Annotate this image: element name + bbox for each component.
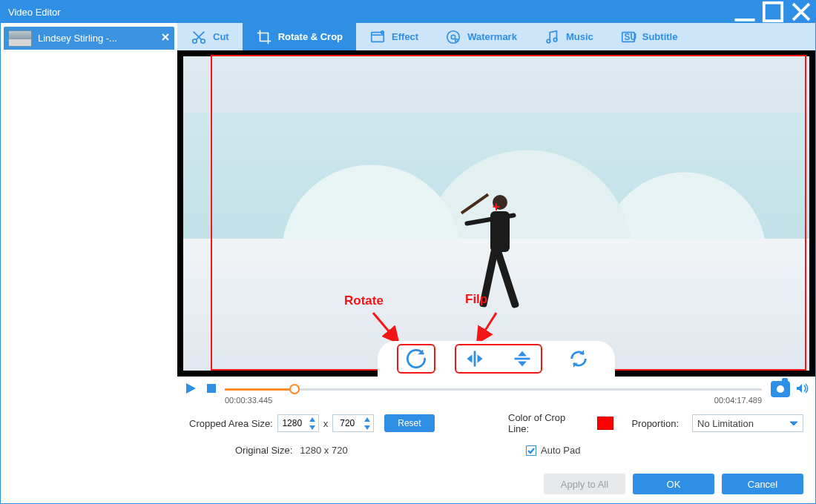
tab-label: Rotate & Crop <box>278 31 343 42</box>
volume-button[interactable] <box>794 381 809 398</box>
maximize-button[interactable] <box>759 1 787 23</box>
svg-point-17 <box>553 38 557 42</box>
autopad-label: Auto Pad <box>541 445 581 456</box>
tab-cut[interactable]: Cut <box>177 23 243 50</box>
svg-line-20 <box>373 313 397 341</box>
snapshot-button[interactable] <box>771 381 790 397</box>
tab-music[interactable]: Music <box>530 23 607 50</box>
annotation-flip: Filp <box>465 292 487 307</box>
annotation-highlight-rotate <box>397 344 435 374</box>
svg-rect-1 <box>764 3 782 21</box>
chevron-up-icon[interactable] <box>306 415 318 423</box>
autopad-checkbox[interactable] <box>526 445 536 456</box>
play-button[interactable] <box>183 381 198 398</box>
flip-horizontal-button[interactable] <box>458 345 492 372</box>
tab-label: Music <box>566 31 593 42</box>
crop-center-icon: + <box>493 199 501 215</box>
svg-point-16 <box>547 39 550 43</box>
ok-button[interactable]: OK <box>633 474 714 494</box>
titlebar: Video Editor <box>1 1 815 23</box>
transform-dock <box>378 341 615 377</box>
original-size-label: Original Size: <box>235 445 292 456</box>
refresh-icon <box>568 348 589 369</box>
effect-icon <box>369 29 386 45</box>
flip-v-icon <box>512 348 533 369</box>
cancel-button[interactable]: Cancel <box>722 474 803 494</box>
reset-rotation-button[interactable] <box>562 345 596 372</box>
proportion-select[interactable]: No Limitation <box>692 414 803 432</box>
stop-button[interactable] <box>204 381 219 398</box>
file-tab-label: Lindsey Stirling -... <box>38 33 161 44</box>
footer-buttons: Apply to All OK Cancel <box>544 474 803 494</box>
dimension-separator: x <box>323 418 329 429</box>
tab-rotate-crop[interactable]: Rotate & Crop <box>243 23 356 50</box>
flip-vertical-button[interactable] <box>505 345 539 372</box>
reset-crop-button[interactable]: Reset <box>384 414 434 432</box>
chevron-down-icon[interactable] <box>361 423 373 431</box>
apply-to-all-button[interactable]: Apply to All <box>544 474 625 494</box>
chevron-down-icon[interactable] <box>306 423 318 431</box>
chevron-down-icon <box>789 419 798 428</box>
tab-subtitle[interactable]: SUB Subtitle <box>607 23 691 50</box>
svg-text:SUB: SUB <box>624 31 636 42</box>
timeline-slider[interactable]: 00:00:33.445 00:04:17.489 <box>225 385 762 393</box>
scissors-icon <box>191 29 207 45</box>
annotation-rotate: Rotate <box>344 294 384 308</box>
crop-height-field[interactable] <box>333 415 361 431</box>
flip-h-icon <box>464 348 485 369</box>
cropped-size-label: Cropped Area Size: <box>189 418 273 429</box>
annotation-highlight-flip <box>455 344 542 374</box>
playback-bar: 00:00:33.445 00:04:17.489 <box>177 377 815 402</box>
crop-width-field[interactable] <box>278 415 306 431</box>
crop-height-input[interactable] <box>332 414 374 432</box>
subtitle-icon: SUB <box>620 29 636 45</box>
minimize-button[interactable] <box>731 1 759 23</box>
proportion-value: No Limitation <box>697 418 754 429</box>
svg-rect-24 <box>207 384 216 393</box>
crop-icon <box>256 29 272 45</box>
crop-height-spinner[interactable] <box>361 415 373 431</box>
tab-label: Effect <box>392 31 418 42</box>
svg-point-14 <box>451 35 455 39</box>
tab-label: Watermark <box>467 31 517 42</box>
camera-icon <box>777 385 784 393</box>
chevron-up-icon[interactable] <box>361 415 373 423</box>
music-icon <box>544 29 560 45</box>
tab-label: Subtitle <box>642 31 678 42</box>
close-button[interactable] <box>787 1 815 23</box>
rotate-cw-icon <box>406 348 427 369</box>
settings-panel: Cropped Area Size: x Reset <box>177 402 815 462</box>
tab-effect[interactable]: Effect <box>356 23 432 50</box>
time-total: 00:04:17.489 <box>714 396 762 405</box>
file-tab[interactable]: Lindsey Stirling -... <box>4 27 174 50</box>
time-current: 00:00:33.445 <box>225 396 272 405</box>
crop-color-label: Color of Crop Line: <box>508 412 584 434</box>
crop-width-input[interactable] <box>277 414 319 432</box>
crop-color-swatch[interactable] <box>597 417 614 430</box>
check-icon <box>527 447 535 454</box>
svg-point-15 <box>455 39 458 42</box>
tab-label: Cut <box>213 31 229 42</box>
original-size-value: 1280 x 720 <box>300 445 347 456</box>
file-tabs: Lindsey Stirling -... <box>1 23 177 50</box>
file-tab-close-icon[interactable] <box>161 33 170 44</box>
file-list-panel <box>1 50 177 503</box>
watermark-icon <box>445 29 461 45</box>
file-thumbnail <box>8 30 32 47</box>
toolbar: Cut Rotate & Crop Effect Watermark Music… <box>177 23 815 50</box>
window-title: Video Editor <box>8 7 61 18</box>
rotate-button[interactable] <box>400 345 432 372</box>
preview-area[interactable]: + Rotate Filp <box>177 50 815 377</box>
crop-width-spinner[interactable] <box>306 415 318 431</box>
proportion-label: Proportion: <box>631 418 679 429</box>
svg-line-21 <box>478 313 496 341</box>
tab-watermark[interactable]: Watermark <box>432 23 530 50</box>
